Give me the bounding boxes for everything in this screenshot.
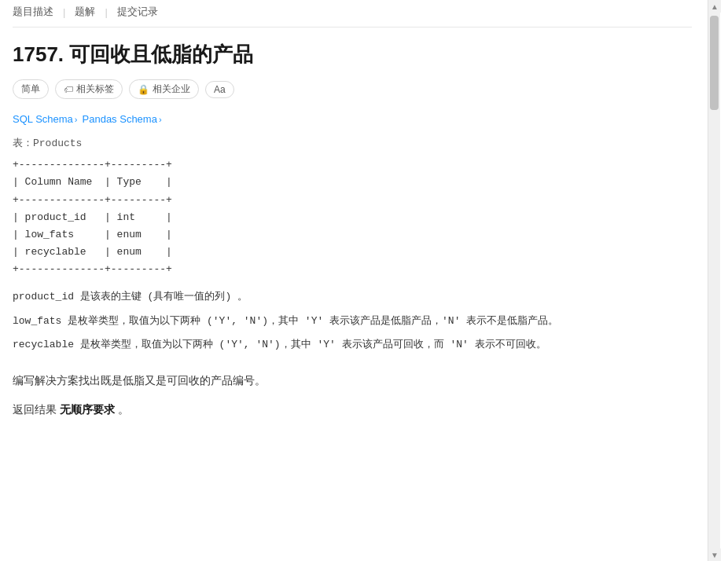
- desc-recyclable: recyclable 是枚举类型，取值为以下两种 ('Y', 'N')，其中 '…: [13, 336, 692, 355]
- desc-product-id: product_id 是该表的主键 (具有唯一值的列) 。: [13, 288, 692, 307]
- company-icon: 🔒: [138, 84, 149, 95]
- scrollbar-thumb[interactable]: [710, 16, 719, 110]
- table-label: 表：Products: [13, 136, 692, 150]
- font-toggle[interactable]: Aa: [205, 81, 234, 98]
- scrollbar-arrow-down[interactable]: ▼: [708, 548, 721, 561]
- tag-icon: 🏷: [64, 84, 73, 95]
- sql-schema-chevron: ›: [75, 115, 78, 124]
- problem-statement: 编写解决方案找出既是低脂又是可回收的产品编号。: [13, 371, 692, 390]
- nav-item-solution[interactable]: 题解: [75, 5, 95, 19]
- difficulty-badge[interactable]: 简单: [13, 79, 49, 99]
- scrollbar[interactable]: ▲ ▼: [708, 0, 720, 561]
- sql-schema-link[interactable]: SQL Schema ›: [13, 113, 78, 125]
- nav-separator-1: |: [63, 6, 65, 18]
- main-content: 题目描述 | 题解 | 提交记录 1757. 可回收且低脂的产品 简单 🏷 相关…: [0, 0, 708, 561]
- nav-item-submissions[interactable]: 提交记录: [117, 5, 158, 19]
- schema-table: +--------------+---------+ | Column Name…: [13, 156, 692, 278]
- pandas-schema-chevron: ›: [159, 115, 162, 124]
- schema-links: SQL Schema › Pandas Schema ›: [13, 113, 692, 125]
- related-tags-badge[interactable]: 🏷 相关标签: [55, 79, 123, 99]
- no-order-text: 无顺序要求: [60, 403, 115, 416]
- pandas-schema-link[interactable]: Pandas Schema ›: [83, 113, 162, 125]
- nav-item-description[interactable]: 题目描述: [13, 5, 53, 19]
- nav-separator-2: |: [105, 6, 107, 18]
- desc-low-fats: low_fats 是枚举类型，取值为以下两种 ('Y', 'N')，其中 'Y'…: [13, 312, 692, 332]
- top-nav: 题目描述 | 题解 | 提交记录: [13, 0, 692, 28]
- tags-row: 简单 🏷 相关标签 🔒 相关企业 Aa: [13, 79, 692, 99]
- problem-title: 1757. 可回收且低脂的产品: [13, 40, 692, 68]
- scrollbar-arrow-up[interactable]: ▲: [708, 0, 721, 13]
- related-companies-badge[interactable]: 🔒 相关企业: [129, 79, 199, 99]
- result-line: 返回结果 无顺序要求 。: [13, 400, 692, 420]
